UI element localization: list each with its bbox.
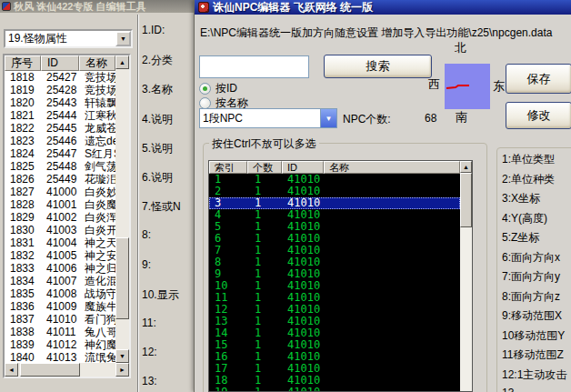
- list-row[interactable]: 182625449花璇泪: [5, 173, 115, 186]
- monster-list-vscrollbar[interactable]: ▲ ▼: [115, 55, 129, 363]
- compass-direction-pad[interactable]: [445, 64, 490, 109]
- list-cell: 1821: [10, 109, 46, 122]
- scroll-right-icon[interactable]: ►: [115, 363, 129, 377]
- npc-table-vscrollbar[interactable]: ▲: [460, 161, 472, 391]
- field-label: 6.说明: [142, 170, 173, 183]
- list-row[interactable]: 183841011兔八哥: [5, 326, 115, 338]
- scroll-down-icon[interactable]: ▼: [115, 349, 129, 363]
- list-row[interactable]: 183241005神之安: [5, 249, 115, 262]
- list-row[interactable]: 181825427竞技场: [5, 71, 115, 84]
- npc-section-dropdown[interactable]: 1段NPC ▼: [199, 108, 337, 128]
- table-row[interactable]: 14141010: [209, 327, 460, 339]
- table-row[interactable]: 19141010: [209, 387, 460, 391]
- column-header-index[interactable]: 索引: [209, 161, 247, 174]
- list-cell: 白炎开: [85, 224, 115, 236]
- list-row[interactable]: 183041003白炎开: [5, 224, 115, 236]
- scroll-up-icon[interactable]: ▲: [460, 161, 472, 173]
- right-titlebar[interactable]: 诛仙NPC编辑器 飞跃网络 统一版: [195, 0, 571, 15]
- table-cell: 1: [247, 280, 282, 292]
- table-row[interactable]: 17141010: [209, 363, 460, 375]
- table-row[interactable]: 1141010: [209, 174, 460, 186]
- list-row[interactable]: 182225445龙威苍: [5, 122, 115, 135]
- table-cell: 6: [209, 233, 247, 245]
- list-row[interactable]: 182325446遗忘de: [5, 135, 115, 147]
- table-row[interactable]: 12141010: [209, 304, 460, 316]
- column-header-serial[interactable]: 序号: [5, 55, 41, 71]
- list-row[interactable]: 183441007造化混: [5, 275, 115, 287]
- table-cell: [324, 245, 460, 256]
- list-row[interactable]: 182025443轩辕飘: [5, 96, 115, 109]
- field-label: 8:: [142, 228, 151, 241]
- search-input[interactable]: [199, 55, 309, 78]
- list-row[interactable]: 183741010看门狗: [5, 313, 115, 326]
- list-cell: 白炎魔: [85, 198, 115, 211]
- hscroll-track[interactable]: [80, 363, 115, 377]
- table-row[interactable]: 3141010: [209, 197, 460, 209]
- list-row[interactable]: 182741000白炎妙: [5, 186, 115, 198]
- table-cell: [324, 339, 460, 351]
- table-row[interactable]: 13141010: [209, 316, 460, 327]
- list-row[interactable]: 183341006神之归: [5, 262, 115, 275]
- property-label: 10移动范围Y: [502, 328, 565, 341]
- chevron-down-icon[interactable]: ▼: [320, 109, 336, 127]
- table-row[interactable]: 15141010: [209, 339, 460, 351]
- list-row[interactable]: 182425447S红月S: [5, 147, 115, 160]
- list-row[interactable]: 182525448剑气荡: [5, 160, 115, 173]
- column-header-id[interactable]: ID: [41, 55, 79, 71]
- modify-button[interactable]: 修改: [506, 102, 571, 129]
- search-by-name-radio[interactable]: 按名称: [199, 96, 248, 109]
- list-row[interactable]: 183541008战场守: [5, 287, 115, 300]
- table-row[interactable]: 7141010: [209, 245, 460, 256]
- scroll-left-icon[interactable]: ◄: [5, 363, 18, 377]
- table-cell: 41010: [282, 245, 324, 256]
- table-row[interactable]: 16141010: [209, 351, 460, 363]
- scroll-up-icon[interactable]: ▲: [115, 55, 129, 69]
- npc-editor-title: 诛仙NPC编辑器 飞跃网络 统一版: [213, 0, 373, 15]
- list-row[interactable]: 182841001白炎魔: [5, 198, 115, 211]
- table-row[interactable]: 18141010: [209, 375, 460, 387]
- table-row[interactable]: 4141010: [209, 209, 460, 221]
- search-by-id-radio[interactable]: 按ID: [199, 82, 237, 95]
- list-row[interactable]: 182941002白炎浑: [5, 211, 115, 224]
- monster-list-hscrollbar[interactable]: ◄ ►: [5, 363, 129, 377]
- table-cell: 41010: [282, 221, 324, 233]
- monster-list-header: 序号 ID 名称: [5, 55, 115, 71]
- table-row[interactable]: 9141010: [209, 268, 460, 280]
- radio-unselected-icon[interactable]: [199, 97, 211, 109]
- radio-selected-icon[interactable]: [199, 83, 211, 95]
- hscroll-thumb[interactable]: [20, 363, 80, 377]
- vscroll-thumb[interactable]: [115, 237, 129, 319]
- npc-instance-table: 索引 个数 ID 名称 1141010214101031410104141010…: [208, 160, 473, 392]
- list-cell: 1826: [10, 173, 46, 186]
- column-header-count[interactable]: 个数: [247, 161, 282, 174]
- list-row[interactable]: 182125444江寒秋: [5, 109, 115, 122]
- left-titlebar[interactable]: 秋风 诛仙422专版 自编辑工具: [0, 0, 195, 13]
- list-row[interactable]: 184041013流氓兔: [5, 351, 115, 363]
- chevron-down-icon[interactable]: ▼: [115, 31, 131, 46]
- list-cell: 41009: [46, 300, 85, 313]
- vscroll-thumb[interactable]: [460, 173, 472, 227]
- search-button[interactable]: 搜索: [324, 55, 432, 78]
- table-row[interactable]: 6141010: [209, 233, 460, 245]
- list-row[interactable]: 183141004神之天: [5, 236, 115, 249]
- panel-divider: [137, 15, 139, 392]
- list-row[interactable]: 183941012神幻魔: [5, 338, 115, 351]
- property-label: 4:Y(高度): [502, 211, 547, 224]
- save-button[interactable]: 保存: [506, 64, 571, 94]
- table-row[interactable]: 8141010: [209, 256, 460, 268]
- category-dropdown[interactable]: 19.怪物属性 ▼: [4, 29, 133, 48]
- list-row[interactable]: 181925428竞技场: [5, 84, 115, 96]
- column-header-id[interactable]: ID: [282, 161, 324, 174]
- table-row[interactable]: 11141010: [209, 292, 460, 304]
- table-row[interactable]: 10141010: [209, 280, 460, 292]
- table-cell: 16: [209, 351, 247, 363]
- column-header-name[interactable]: 名称: [79, 55, 115, 71]
- column-header-name[interactable]: 名称: [324, 161, 460, 174]
- list-cell: 1834: [10, 275, 46, 287]
- list-row[interactable]: 183641009魔族牛: [5, 300, 115, 313]
- property-label: 13: [502, 387, 514, 392]
- table-row[interactable]: 2141010: [209, 186, 460, 197]
- screen: 秋风 诛仙422专版 自编辑工具 19.怪物属性 ▼ 序号 ID 名称 1818…: [0, 0, 571, 392]
- table-cell: 13: [209, 316, 247, 327]
- table-row[interactable]: 5141010: [209, 221, 460, 233]
